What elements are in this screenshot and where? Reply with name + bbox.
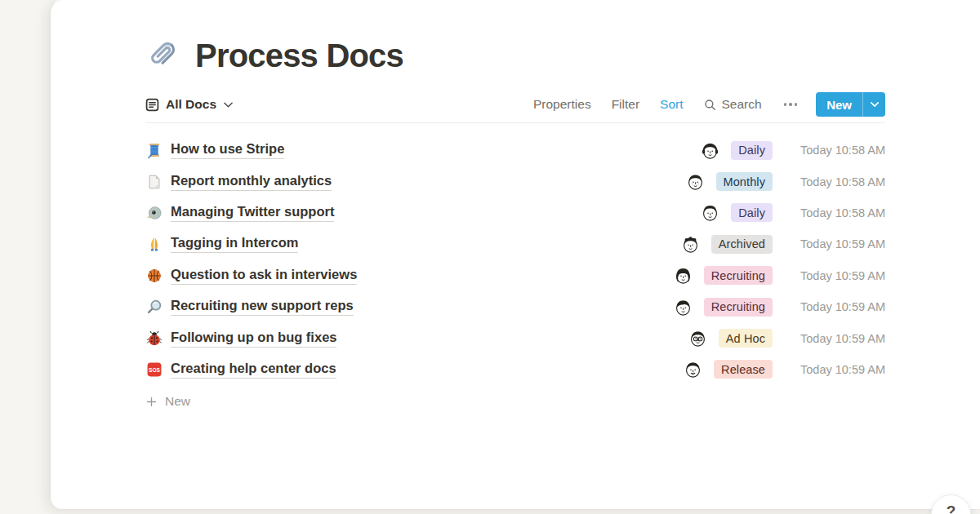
last-edited-time: Today 10:59 AM <box>787 332 885 345</box>
avatar <box>688 328 708 348</box>
table-row[interactable]: How to use Stripe Daily Today 10:58 AM <box>145 135 885 166</box>
row-meta: Daily Today 10:58 AM <box>700 202 885 223</box>
table-row[interactable]: Recruiting new support reps Recruiting T… <box>145 291 885 322</box>
tag-badge: Archived <box>711 235 773 254</box>
search-icon <box>704 99 716 111</box>
tag-badge: Ad Hoc <box>719 329 773 348</box>
search-label: Search <box>722 97 762 112</box>
bookmark-tabs-icon <box>145 173 163 191</box>
avatar <box>700 140 720 161</box>
sort-button[interactable]: Sort <box>660 97 683 112</box>
doc-title-link[interactable]: Report monthly analytics <box>171 173 332 191</box>
last-edited-time: Today 10:59 AM <box>787 237 885 250</box>
view-switcher-all-docs[interactable]: All Docs <box>145 97 233 112</box>
table-row[interactable]: Question to ask in interviews Recruiting… <box>145 260 885 291</box>
tag-badge: Daily <box>731 141 773 160</box>
last-edited-time: Today 10:58 AM <box>787 175 885 188</box>
notion-page-card: Process Docs All Docs Properties Filter … <box>51 0 980 509</box>
table-row[interactable]: Report monthly analytics Monthly Today 1… <box>145 166 885 197</box>
doc-title-link[interactable]: Creating help center docs <box>171 361 336 379</box>
bird-icon <box>145 204 163 222</box>
list-view-icon <box>145 98 159 112</box>
lady-beetle-icon <box>145 330 163 348</box>
last-edited-time: Today 10:58 AM <box>787 206 885 219</box>
tag-badge: Release <box>714 360 773 379</box>
toolbar-divider <box>145 122 885 123</box>
tag-badge: Monthly <box>716 172 773 191</box>
paperclip-icon[interactable] <box>145 37 183 74</box>
row-meta: Recruiting Today 10:59 AM <box>673 297 885 317</box>
chevron-down-icon <box>224 102 233 108</box>
properties-button[interactable]: Properties <box>533 97 591 112</box>
table-row[interactable]: Following up on bug fixes Ad Hoc Today 1… <box>145 322 885 353</box>
row-meta: Recruiting Today 10:59 AM <box>673 265 885 286</box>
avatar <box>673 297 693 317</box>
table-row[interactable]: SOS Creating help center docs Release To… <box>145 354 885 385</box>
tag-badge: Daily <box>731 203 773 222</box>
last-edited-time: Today 10:58 AM <box>787 144 885 157</box>
avatar <box>685 171 706 192</box>
row-meta: Daily Today 10:58 AM <box>700 140 885 161</box>
avatar <box>700 202 720 223</box>
table-row[interactable]: Managing Twitter support Daily Today 10:… <box>145 197 885 228</box>
row-meta: Archived Today 10:59 AM <box>680 234 885 255</box>
avatar <box>673 265 693 286</box>
tag-badge: Recruiting <box>704 266 773 285</box>
tag-badge: Recruiting <box>704 298 773 317</box>
page-title: Process Docs <box>195 38 403 74</box>
doc-title-link[interactable]: Question to ask in interviews <box>171 267 357 285</box>
row-meta: Monthly Today 10:58 AM <box>685 171 885 192</box>
magnifying-glass-icon <box>145 298 163 316</box>
database-toolbar: All Docs Properties Filter Sort Search <box>145 91 885 117</box>
doc-title-link[interactable]: Tagging in Intercom <box>171 235 298 253</box>
basketball-icon <box>145 267 163 285</box>
doc-title-link[interactable]: How to use Stripe <box>171 141 284 159</box>
avatar <box>683 359 703 379</box>
new-button[interactable]: New <box>816 92 862 117</box>
filter-button[interactable]: Filter <box>612 97 639 112</box>
folded-hands-icon <box>145 235 163 253</box>
add-new-row-button[interactable]: New <box>145 388 885 415</box>
add-new-row-label: New <box>165 394 190 409</box>
sos-icon: SOS <box>145 361 163 379</box>
page-content: Process Docs All Docs Properties Filter … <box>145 0 885 415</box>
row-meta: Ad Hoc Today 10:59 AM <box>688 328 885 348</box>
more-options-button[interactable] <box>782 103 800 106</box>
last-edited-time: Today 10:59 AM <box>787 363 885 376</box>
search-button[interactable]: Search <box>704 97 762 112</box>
doc-title-link[interactable]: Recruiting new support reps <box>171 298 354 316</box>
avatar <box>680 234 701 255</box>
new-button-group: New <box>816 92 885 117</box>
last-edited-time: Today 10:59 AM <box>787 269 885 282</box>
doc-title-link[interactable]: Following up on bug fixes <box>171 330 336 348</box>
doc-table-body: How to use Stripe Daily Today 10:58 AM R… <box>145 135 885 385</box>
doc-title-link[interactable]: Managing Twitter support <box>171 204 334 222</box>
page-background: Process Docs All Docs Properties Filter … <box>0 0 980 514</box>
new-dropdown-button[interactable] <box>863 92 885 117</box>
plus-icon <box>145 396 158 408</box>
table-row[interactable]: Tagging in Intercom Archived Today 10:59… <box>145 228 885 259</box>
view-switcher-label: All Docs <box>166 97 216 112</box>
row-meta: Release Today 10:59 AM <box>683 359 885 379</box>
page-header: Process Docs <box>145 0 885 74</box>
thread-icon <box>145 141 163 159</box>
svg-text:SOS: SOS <box>149 366 161 372</box>
last-edited-time: Today 10:59 AM <box>787 300 885 313</box>
toolbar-actions: Properties Filter Sort Search New <box>533 92 885 117</box>
